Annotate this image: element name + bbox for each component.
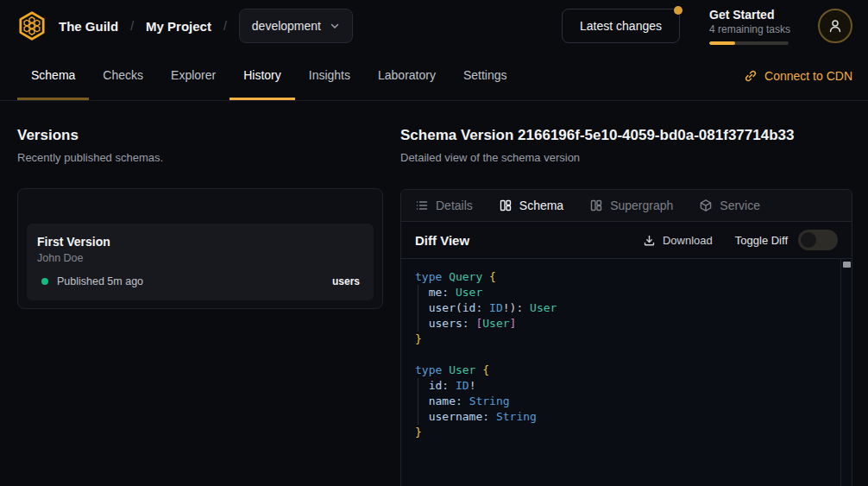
schema-code-area: type Query { me: User user(id: ID!): Use… <box>401 259 852 486</box>
header-right: Latest changes Get Started 4 remaining t… <box>562 8 852 45</box>
columns-icon <box>499 199 513 212</box>
code-line: user(id: ID!): User <box>415 300 827 316</box>
version-status-row: Published 5m ago users <box>37 275 360 287</box>
progress-fill <box>709 41 735 45</box>
toggle-diff-switch[interactable] <box>798 230 838 250</box>
link-icon <box>744 69 758 83</box>
tab-schema[interactable]: Schema <box>17 52 89 100</box>
list-icon <box>415 199 429 212</box>
columns-icon <box>589 199 603 212</box>
chevron-down-icon <box>330 21 340 31</box>
toggle-diff-wrap: Toggle Diff <box>735 230 838 250</box>
download-button[interactable]: Download <box>643 234 713 247</box>
detail-tab-label: Details <box>436 199 473 212</box>
breadcrumb-separator: / <box>130 19 134 33</box>
toggle-knob <box>801 232 816 248</box>
cube-icon <box>699 199 713 212</box>
diff-view-toolbar: Diff View Download Toggle Diff <box>401 222 852 259</box>
versions-title: Versions <box>17 127 383 144</box>
connect-to-cdn-button[interactable]: Connect to CDN <box>744 52 852 100</box>
detail-tab-details[interactable]: Details <box>415 199 473 212</box>
schema-version-subtitle: Detailed view of the schema version <box>400 151 852 164</box>
versions-panel: Versions Recently published schemas. Fir… <box>0 101 400 486</box>
versions-subtitle: Recently published schemas. <box>17 151 383 164</box>
breadcrumb-separator: / <box>223 19 227 33</box>
code-line: username: String <box>415 409 827 425</box>
latest-changes-label: Latest changes <box>580 19 662 33</box>
get-started-progressbar <box>709 41 789 45</box>
user-avatar[interactable] <box>818 9 852 43</box>
code-line: } <box>415 331 827 347</box>
code-scrollbar-thumb[interactable] <box>843 262 851 268</box>
code-block: type Query { me: User user(id: ID!): Use… <box>401 259 852 451</box>
detail-tab-label: Service <box>720 199 760 212</box>
get-started-widget[interactable]: Get Started 4 remaining tasks <box>709 8 789 45</box>
tab-insights[interactable]: Insights <box>295 52 364 100</box>
toggle-diff-label: Toggle Diff <box>735 234 788 247</box>
tab-laboratory[interactable]: Laboratory <box>364 52 450 100</box>
code-scrollbar[interactable] <box>840 259 852 486</box>
indent-guide <box>418 285 418 331</box>
version-name: First Version <box>37 235 360 249</box>
hive-logo-icon[interactable] <box>16 9 48 42</box>
notification-dot <box>674 6 682 15</box>
detail-tab-label: Supergraph <box>610 199 673 212</box>
version-list-item[interactable]: First Version John Doe Published 5m ago … <box>27 224 374 300</box>
download-icon <box>643 234 656 247</box>
schema-version-detail-box: DetailsSchemaSupergraphService Diff View… <box>400 189 852 486</box>
code-line: name: String <box>415 394 827 409</box>
tab-checks[interactable]: Checks <box>89 52 157 100</box>
code-line <box>415 347 827 363</box>
schema-version-panel: Schema Version 2166196f-5e10-4059-bd0a-0… <box>400 101 852 486</box>
target-selector-value: development <box>252 19 321 33</box>
detail-tab-supergraph[interactable]: Supergraph <box>589 199 673 212</box>
detail-tabs: DetailsSchemaSupergraphService <box>401 190 852 222</box>
code-line: id: ID! <box>415 378 827 394</box>
published-status-dot <box>41 278 48 285</box>
user-icon <box>827 18 843 34</box>
code-line: type User { <box>415 363 827 378</box>
get-started-title: Get Started <box>709 8 789 22</box>
tab-settings[interactable]: Settings <box>450 52 521 100</box>
download-label: Download <box>663 234 713 247</box>
indent-guide <box>418 378 418 425</box>
detail-tab-schema[interactable]: Schema <box>499 199 563 212</box>
connect-to-cdn-label: Connect to CDN <box>764 69 852 83</box>
detail-tab-service[interactable]: Service <box>699 199 760 212</box>
code-line: type Query { <box>415 269 827 285</box>
content: Versions Recently published schemas. Fir… <box>0 101 868 486</box>
schema-version-title: Schema Version 2166196f-5e10-4059-bd0a-0… <box>400 127 852 144</box>
versions-list-card: First Version John Doe Published 5m ago … <box>17 188 383 309</box>
latest-changes-button[interactable]: Latest changes <box>562 9 680 43</box>
breadcrumb: The Guild / My Project / <box>59 19 227 34</box>
tab-history[interactable]: History <box>230 52 295 100</box>
tab-explorer[interactable]: Explorer <box>157 52 230 100</box>
code-line: users: [User] <box>415 316 827 331</box>
breadcrumb-project[interactable]: My Project <box>146 19 211 34</box>
main-nav: SchemaChecksExplorerHistoryInsightsLabor… <box>0 52 868 101</box>
version-author: John Doe <box>37 252 360 264</box>
code-line: me: User <box>415 285 827 300</box>
app-header: The Guild / My Project / development Lat… <box>0 0 868 52</box>
detail-tab-label: Schema <box>519 199 563 212</box>
diff-view-title: Diff View <box>415 233 469 248</box>
code-line: } <box>415 425 827 440</box>
breadcrumb-org[interactable]: The Guild <box>59 19 118 34</box>
main-nav-tabs: SchemaChecksExplorerHistoryInsightsLabor… <box>17 52 521 100</box>
get-started-subtitle: 4 remaining tasks <box>709 23 789 35</box>
diff-actions: Download Toggle Diff <box>643 230 838 250</box>
target-selector-dropdown[interactable]: development <box>239 9 353 43</box>
version-status-label: Published 5m ago <box>57 275 143 287</box>
version-service-badge: users <box>332 275 360 287</box>
